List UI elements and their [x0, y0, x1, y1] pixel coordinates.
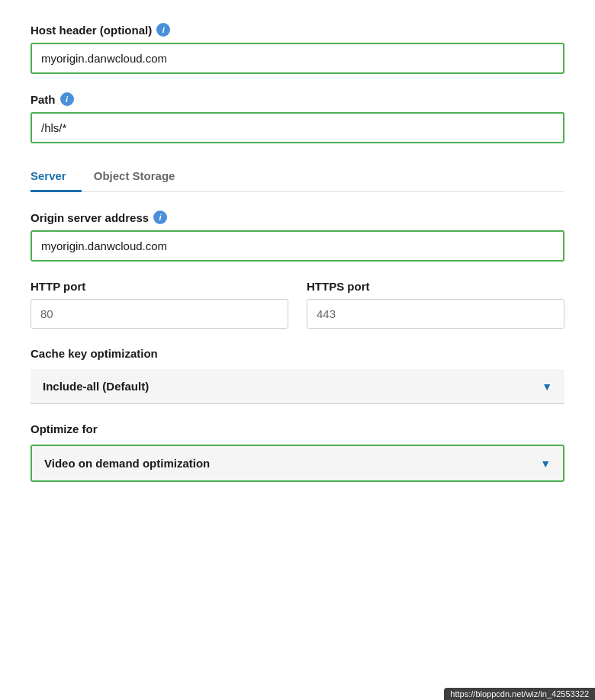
- optimize-for-value: Video on demand optimization: [44, 457, 210, 470]
- path-input[interactable]: [34, 115, 561, 140]
- https-port-input-wrapper: [307, 299, 564, 329]
- http-port-field: HTTP port: [31, 280, 288, 329]
- tab-server[interactable]: Server: [31, 162, 82, 192]
- cache-key-value: Include-all (Default): [43, 380, 149, 393]
- http-port-input[interactable]: [31, 300, 288, 328]
- https-port-label: HTTPS port: [307, 280, 564, 293]
- http-port-input-wrapper: [31, 299, 288, 329]
- origin-server-input-wrapper: [31, 230, 564, 262]
- host-header-info-icon[interactable]: i: [156, 23, 170, 37]
- http-port-label: HTTP port: [31, 280, 288, 293]
- host-header-label: Host header (optional) i: [31, 23, 564, 37]
- path-input-wrapper: [31, 112, 564, 143]
- cache-key-chevron-icon: ▼: [542, 381, 552, 393]
- path-group: Path i: [31, 92, 564, 143]
- origin-server-input[interactable]: [34, 233, 561, 258]
- https-port-input[interactable]: [307, 300, 564, 328]
- server-tabs: Server Object Storage: [31, 162, 564, 192]
- host-header-group: Host header (optional) i: [31, 23, 564, 74]
- url-bar: https://bloppcdn.net/wiz/in_42553322: [444, 688, 595, 700]
- cache-key-dropdown[interactable]: Include-all (Default) ▼: [31, 369, 564, 404]
- path-info-icon[interactable]: i: [60, 92, 74, 106]
- host-header-input-wrapper: [31, 43, 564, 74]
- origin-server-info-icon[interactable]: i: [153, 210, 167, 224]
- optimize-for-chevron-icon: ▼: [540, 458, 551, 470]
- cache-key-label: Cache key optimization: [31, 347, 564, 360]
- origin-server-label: Origin server address i: [31, 210, 564, 224]
- port-row: HTTP port HTTPS port: [31, 280, 564, 329]
- host-header-input[interactable]: [34, 46, 561, 71]
- optimize-for-dropdown[interactable]: Video on demand optimization ▼: [31, 445, 564, 482]
- optimize-for-group: Optimize for Video on demand optimizatio…: [31, 422, 564, 482]
- cache-key-group: Cache key optimization Include-all (Defa…: [31, 347, 564, 404]
- origin-server-group: Origin server address i: [31, 210, 564, 262]
- https-port-field: HTTPS port: [307, 280, 564, 329]
- path-label: Path i: [31, 92, 564, 106]
- optimize-for-label: Optimize for: [31, 422, 564, 435]
- tab-object-storage[interactable]: Object Storage: [82, 162, 191, 192]
